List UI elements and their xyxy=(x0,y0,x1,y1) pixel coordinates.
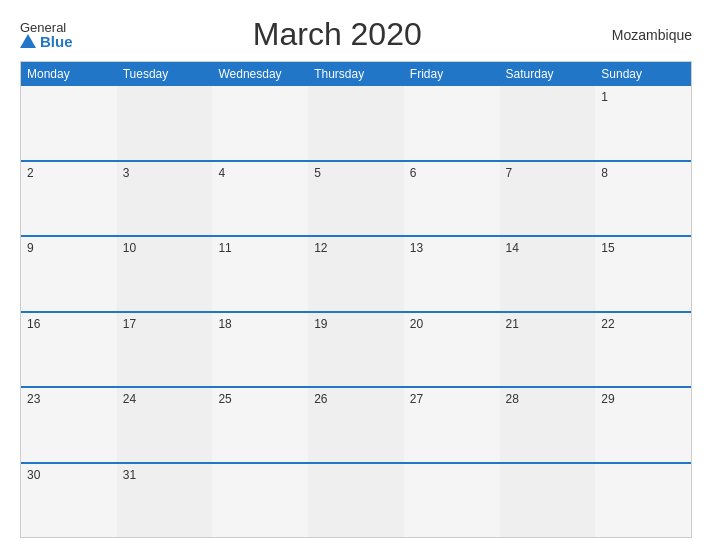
day-cell: 3 xyxy=(117,162,213,236)
day-cell: 11 xyxy=(212,237,308,311)
day-cell: 16 xyxy=(21,313,117,387)
calendar: MondayTuesdayWednesdayThursdayFridaySatu… xyxy=(20,61,692,538)
logo: General Blue xyxy=(20,21,73,49)
day-number: 13 xyxy=(410,241,423,255)
day-cell: 17 xyxy=(117,313,213,387)
day-number: 20 xyxy=(410,317,423,331)
day-number: 5 xyxy=(314,166,321,180)
day-number: 2 xyxy=(27,166,34,180)
logo-general-text: General xyxy=(20,21,66,34)
logo-blue-text: Blue xyxy=(40,34,73,49)
day-cell: 23 xyxy=(21,388,117,462)
week-row-1: 2345678 xyxy=(21,160,691,236)
day-cell: 27 xyxy=(404,388,500,462)
day-cell: 2 xyxy=(21,162,117,236)
day-number: 30 xyxy=(27,468,40,482)
week-row-4: 23242526272829 xyxy=(21,386,691,462)
day-headers: MondayTuesdayWednesdayThursdayFridaySatu… xyxy=(21,62,691,86)
day-cell: 8 xyxy=(595,162,691,236)
day-cell: 1 xyxy=(595,86,691,160)
day-number: 27 xyxy=(410,392,423,406)
day-number: 15 xyxy=(601,241,614,255)
day-cell xyxy=(212,464,308,538)
week-row-3: 16171819202122 xyxy=(21,311,691,387)
header: General Blue March 2020 Mozambique xyxy=(20,16,692,53)
day-number: 8 xyxy=(601,166,608,180)
day-cell xyxy=(308,464,404,538)
day-number: 11 xyxy=(218,241,231,255)
day-cell xyxy=(404,464,500,538)
day-number: 25 xyxy=(218,392,231,406)
day-number: 1 xyxy=(601,90,608,104)
day-cell: 21 xyxy=(500,313,596,387)
week-row-2: 9101112131415 xyxy=(21,235,691,311)
day-number: 23 xyxy=(27,392,40,406)
country-name: Mozambique xyxy=(602,27,692,43)
day-cell xyxy=(212,86,308,160)
day-number: 16 xyxy=(27,317,40,331)
calendar-page: General Blue March 2020 Mozambique Monda… xyxy=(0,0,712,550)
day-cell: 6 xyxy=(404,162,500,236)
day-number: 19 xyxy=(314,317,327,331)
day-cell: 10 xyxy=(117,237,213,311)
day-cell: 12 xyxy=(308,237,404,311)
day-number: 28 xyxy=(506,392,519,406)
day-cell: 5 xyxy=(308,162,404,236)
day-cell: 30 xyxy=(21,464,117,538)
day-cell: 13 xyxy=(404,237,500,311)
day-number: 9 xyxy=(27,241,34,255)
day-header-wednesday: Wednesday xyxy=(212,62,308,86)
calendar-title: March 2020 xyxy=(73,16,602,53)
day-number: 3 xyxy=(123,166,130,180)
day-number: 31 xyxy=(123,468,136,482)
day-cell: 18 xyxy=(212,313,308,387)
day-number: 6 xyxy=(410,166,417,180)
day-number: 21 xyxy=(506,317,519,331)
day-header-tuesday: Tuesday xyxy=(117,62,213,86)
day-number: 17 xyxy=(123,317,136,331)
day-number: 14 xyxy=(506,241,519,255)
day-cell: 24 xyxy=(117,388,213,462)
day-cell: 29 xyxy=(595,388,691,462)
day-number: 12 xyxy=(314,241,327,255)
day-number: 4 xyxy=(218,166,225,180)
day-cell: 26 xyxy=(308,388,404,462)
day-cell: 28 xyxy=(500,388,596,462)
day-cell: 31 xyxy=(117,464,213,538)
day-number: 18 xyxy=(218,317,231,331)
day-number: 24 xyxy=(123,392,136,406)
day-header-monday: Monday xyxy=(21,62,117,86)
weeks: 1234567891011121314151617181920212223242… xyxy=(21,86,691,537)
day-header-saturday: Saturday xyxy=(500,62,596,86)
day-cell: 22 xyxy=(595,313,691,387)
day-cell: 7 xyxy=(500,162,596,236)
day-number: 7 xyxy=(506,166,513,180)
day-cell: 9 xyxy=(21,237,117,311)
day-number: 22 xyxy=(601,317,614,331)
day-number: 29 xyxy=(601,392,614,406)
day-cell: 19 xyxy=(308,313,404,387)
day-cell: 4 xyxy=(212,162,308,236)
day-cell: 20 xyxy=(404,313,500,387)
week-row-0: 1 xyxy=(21,86,691,160)
day-header-friday: Friday xyxy=(404,62,500,86)
day-cell xyxy=(595,464,691,538)
logo-blue-row: Blue xyxy=(20,34,73,49)
day-cell: 15 xyxy=(595,237,691,311)
day-cell: 25 xyxy=(212,388,308,462)
day-number: 26 xyxy=(314,392,327,406)
day-header-sunday: Sunday xyxy=(595,62,691,86)
day-cell xyxy=(500,464,596,538)
day-header-thursday: Thursday xyxy=(308,62,404,86)
day-cell xyxy=(21,86,117,160)
day-cell xyxy=(404,86,500,160)
day-cell xyxy=(308,86,404,160)
day-number: 10 xyxy=(123,241,136,255)
week-row-5: 3031 xyxy=(21,462,691,538)
day-cell xyxy=(500,86,596,160)
day-cell: 14 xyxy=(500,237,596,311)
day-cell xyxy=(117,86,213,160)
logo-triangle-icon xyxy=(20,34,36,48)
